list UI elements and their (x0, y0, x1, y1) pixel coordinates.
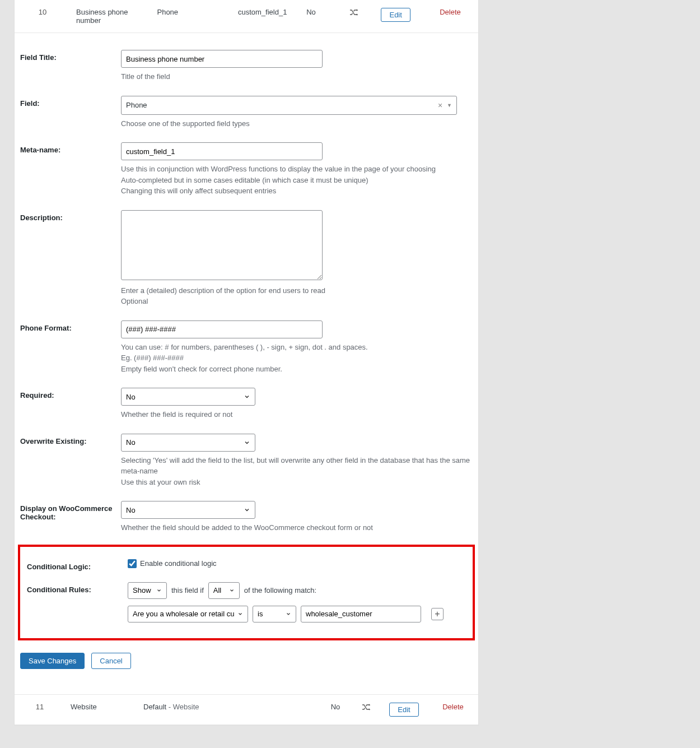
field-type-label: Field: (20, 96, 121, 108)
overwrite-help2: Use this at your own risk (121, 477, 472, 488)
meta-name-label: Meta-name: (20, 142, 121, 154)
table-row: 10 Business phone number Phone custom_fi… (15, 0, 478, 33)
description-label: Description: (20, 210, 121, 222)
cond-logic-checkbox-label: Enable conditional logic (140, 559, 217, 568)
description-input[interactable] (121, 210, 323, 280)
conditional-logic-section: Conditional Logic: Enable conditional lo… (18, 545, 475, 640)
woo-select[interactable]: No (121, 501, 255, 519)
overwrite-help1: Selecting 'Yes' will add the field to th… (121, 455, 472, 477)
overwrite-label: Overwrite Existing: (20, 434, 121, 445)
meta-name-help2: Auto-completed but in some cases editabl… (121, 175, 472, 186)
overwrite-select[interactable]: No (121, 434, 255, 452)
required-help: Whether the field is required or not (121, 409, 472, 420)
meta-name-input[interactable] (121, 142, 323, 160)
cond-match-select[interactable]: All (208, 582, 240, 599)
field-title-label: Field Title: (20, 50, 121, 62)
cond-logic-label: Conditional Logic: (27, 559, 128, 571)
cancel-button[interactable]: Cancel (91, 653, 130, 669)
shuffle-icon[interactable] (362, 705, 371, 713)
row-type-sep: - (166, 703, 173, 711)
row-type-prefix: Default (143, 703, 166, 711)
cond-tail-text: of the following match: (244, 586, 316, 594)
row-title: Website (65, 694, 138, 724)
field-type-value: Phone (126, 101, 147, 109)
save-changes-button[interactable]: Save Changes (20, 653, 85, 669)
phone-format-label: Phone Format: (20, 320, 121, 332)
row-required: No (301, 0, 338, 33)
field-type-help: Choose one of the supported field types (121, 118, 472, 129)
row-required: No (319, 694, 352, 724)
delete-button[interactable]: Delete (440, 8, 461, 16)
shuffle-icon[interactable] (349, 10, 358, 18)
row-type: Phone (151, 0, 232, 33)
delete-button[interactable]: Delete (442, 703, 464, 711)
cond-field-select[interactable]: Are you a wholesale or retail cu (128, 606, 248, 622)
cond-operator-select[interactable]: is (253, 606, 296, 622)
phone-format-help2: Eg. (###) ###-#### (121, 352, 472, 364)
cond-action-select[interactable]: Show (128, 582, 167, 599)
description-help2: Optional (121, 296, 472, 307)
table-row: 11 Website Default - Website No Edit Del… (15, 694, 478, 724)
row-type-value: Website (173, 703, 199, 711)
phone-format-help1: You can use: # for numbers, parentheses … (121, 342, 472, 353)
required-label: Required: (20, 388, 121, 399)
row-meta: custom_field_1 (232, 0, 301, 33)
chevron-down-icon: ▼ (447, 103, 452, 108)
clear-icon[interactable]: × (438, 101, 442, 110)
cond-value-input[interactable] (301, 606, 421, 622)
woo-help: Whether the field should be added to the… (121, 522, 472, 533)
phone-format-help3: Empty field won't check for correct phon… (121, 364, 472, 375)
phone-format-input[interactable] (121, 320, 323, 338)
field-title-input[interactable] (121, 50, 323, 68)
field-title-help: Title of the field (121, 71, 472, 82)
field-type-select[interactable]: Phone × ▼ (121, 96, 457, 115)
meta-name-help3: Changing this will only affect subsequen… (121, 185, 472, 197)
row-number: 11 (15, 694, 65, 724)
cond-rules-label: Conditional Rules: (27, 582, 128, 594)
description-help1: Enter a (detailed) description of the op… (121, 285, 472, 296)
plus-icon: + (435, 610, 440, 619)
edit-button[interactable]: Edit (381, 8, 410, 22)
required-select[interactable]: No (121, 388, 255, 406)
edit-button[interactable]: Edit (389, 703, 418, 717)
cond-logic-checkbox[interactable] (128, 559, 137, 568)
row-title: Business phone number (71, 0, 151, 33)
cond-mid-text: this field if (171, 586, 204, 594)
row-number: 10 (15, 0, 71, 33)
add-rule-button[interactable]: + (431, 608, 444, 620)
woo-label: Display on WooCommerce Checkout: (20, 501, 121, 521)
meta-name-help1: Use this in conjunction with WordPress f… (121, 164, 472, 175)
